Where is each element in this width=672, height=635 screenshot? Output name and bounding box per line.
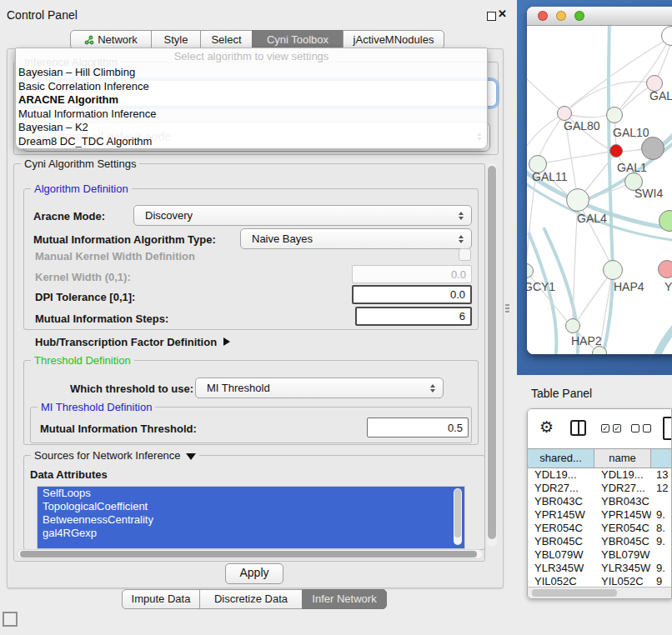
network-node[interactable] [603,260,623,280]
tab-network[interactable]: Network [70,30,152,49]
combo-arrows-icon [459,212,464,220]
column-header-shared-name[interactable]: shared... [528,449,594,468]
network-node[interactable] [609,144,623,158]
table-row[interactable]: YIL052CYIL052C9 [528,575,671,587]
table-window: ⚙ ✓ ✓ shared... name YDL19...YDL19...13Y… [527,408,672,599]
kernel-width-input[interactable]: 0.0 [352,265,472,283]
network-node-label: GAL11 [532,170,568,183]
mac-zoom-button[interactable] [574,11,584,21]
sources-group-title[interactable]: Sources for Network Inference [31,449,199,462]
mi-threshold-input[interactable]: 0.5 [367,418,469,438]
table-cell [651,548,671,562]
attributes-list-scrollbar[interactable] [454,488,462,545]
data-attributes-list[interactable]: SelfLoopsTopologicalCoefficientBetweenne… [37,486,465,549]
tab-discretize-data[interactable]: Discretize Data [199,589,303,609]
table-row[interactable]: YDL19...YDL19...13 [528,468,671,482]
algorithm-option[interactable]: Bayesian – Hill Climbing [16,66,487,80]
table-row[interactable]: YLR345WYLR345W9. [528,562,671,575]
tab-style[interactable]: Style [151,30,201,49]
algorithm-option[interactable]: ARACNE Algorithm [16,93,487,108]
dropdown-placeholder: Select algorithm to view settings [16,48,487,66]
algorithm-option[interactable]: Mutual Information Inference [16,108,487,122]
network-node-label: GAL4 [577,212,607,225]
table-rows: YDL19...YDL19...13YDR27...YDR27...12YBR0… [528,468,671,587]
network-canvas[interactable]: GALGAL80GAL10GAL1GAL11SWI4GAL4GCY1HAP4YH… [527,26,672,354]
table-cell: YBL079W [528,548,594,562]
table-horizontal-scrollbar[interactable] [528,587,671,599]
settings-group-title: Cyni Algorithm Settings [21,158,139,170]
algorithm-option[interactable]: Dream8 DC_TDC Algorithm [16,135,487,149]
network-node-label: GAL80 [564,119,600,132]
settings-vertical-scrollbar[interactable] [487,163,497,547]
table-row[interactable]: YBR043CYBR043C [528,495,671,508]
network-node-label: GAL [649,89,672,102]
network-node[interactable] [641,137,664,160]
network-node-label: SWI4 [634,187,663,200]
network-node-label: GAL10 [613,126,649,139]
tab-jactivemnodules[interactable]: jActiveMNodules [343,30,444,49]
algorithm-option[interactable]: Basic Correlation Inference [16,80,487,94]
mi-steps-input[interactable]: 6 [355,307,472,326]
gear-icon[interactable]: ⚙ [539,418,554,437]
aracne-mode-combobox[interactable]: Discovery [133,205,472,226]
columns-icon[interactable] [570,420,586,436]
deselect-all-checkbox-icon[interactable] [631,424,639,432]
column-header-partial[interactable] [651,449,671,468]
table-cell: 9. [651,562,671,575]
mi-type-combobox[interactable]: Naive Bayes [240,228,472,249]
tab-cyni-toolbox[interactable]: Cyni Toolbox [252,30,344,49]
panel-splitter-handle[interactable] [505,304,509,312]
table-row[interactable]: YBL079WYBL079W [528,548,671,562]
hub-definition-expander[interactable]: Hub/Transcription Factor Definition [35,336,230,348]
network-tab-icon [84,35,94,45]
table-row[interactable]: YPR145WYPR145W9. [528,508,671,522]
tab-infer-network[interactable]: Infer Network [302,589,387,609]
dpi-tolerance-input[interactable]: 0.0 [352,285,472,304]
which-threshold-combobox[interactable]: MI Threshold [195,378,444,398]
collapsed-panel-button[interactable] [3,612,18,627]
select-all-checkbox-icon[interactable]: ✓ [601,424,609,432]
data-attribute-item[interactable]: gal4RGexp [38,527,464,540]
column-header-name[interactable]: name [594,449,651,468]
table-row[interactable]: YER054CYER054C8. [528,522,671,535]
data-attribute-item[interactable]: BetweennessCentrality [38,513,464,527]
settings-horizontal-scrollbar[interactable] [17,549,484,559]
network-node[interactable] [566,188,589,212]
table-cell: YDR27... [594,482,651,495]
table-cell: YBR043C [594,495,651,508]
manual-kernel-checkbox[interactable] [459,248,471,261]
hub-definition-label: Hub/Transcription Factor Definition [35,336,217,348]
network-node[interactable] [658,260,672,278]
mac-close-button[interactable] [538,11,548,21]
apply-button[interactable]: Apply [225,563,283,584]
float-window-icon[interactable] [487,12,496,21]
close-icon[interactable]: ✕ [498,8,507,20]
network-node-label: Y [664,280,672,293]
dpi-tolerance-label: DPI Tolerance [0,1]: [35,291,135,303]
tab-select[interactable]: Select [200,30,253,49]
file-icon[interactable] [663,417,672,440]
table-cell: YPR145W [594,508,651,522]
table-row[interactable]: YBR045CYBR045C9. [528,535,671,548]
combo-arrows-icon [459,235,464,243]
tab-impute-data[interactable]: Impute Data [122,589,200,609]
table-cell: YBR045C [594,535,651,548]
network-node[interactable] [606,107,623,123]
select-all-checkbox-icon[interactable]: ✓ [613,424,621,432]
network-node[interactable] [565,318,580,333]
deselect-all-checkbox-icon[interactable] [643,424,651,432]
table-cell: YPR145W [528,508,594,522]
mac-minimize-button[interactable] [556,11,566,21]
aracne-mode-value: Discovery [145,209,193,222]
network-window-titlebar[interactable] [527,7,672,26]
table-header-row: shared... name [528,448,671,468]
combo-arrows-icon [430,384,435,392]
table-cell: YER054C [594,522,651,535]
algorithm-option[interactable]: Bayesian – K2 [16,121,487,135]
data-attribute-item[interactable]: SelfLoops [38,487,464,500]
table-cell: 9 [651,575,671,587]
table-row[interactable]: YDR27...YDR27...12 [528,482,671,495]
which-threshold-label: Which threshold to use: [70,382,193,395]
data-attribute-item[interactable]: TopologicalCoefficient [38,500,464,513]
which-threshold-value: MI Threshold [207,382,270,394]
